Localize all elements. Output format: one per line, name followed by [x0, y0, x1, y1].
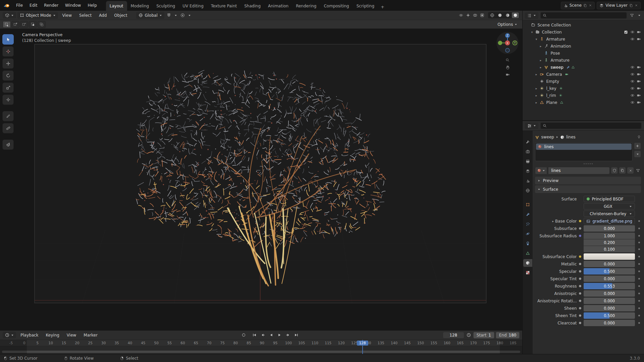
expander-icon[interactable]: ▾	[530, 31, 534, 34]
hide-viewport-toggle[interactable]	[630, 30, 635, 34]
outliner-row[interactable]: ▸ Armature	[523, 57, 644, 64]
hide-viewport-toggle[interactable]	[630, 79, 635, 83]
decorator-dot[interactable]	[637, 228, 641, 229]
expander-icon[interactable]: ▸	[534, 101, 538, 104]
outliner-row[interactable]: ▸ Plane	[523, 99, 644, 106]
value-slider[interactable]: 0.100	[584, 246, 635, 252]
surface-panel-header[interactable]: Surface	[535, 185, 641, 193]
filter-button[interactable]	[629, 12, 635, 18]
color-swatch[interactable]	[584, 253, 635, 260]
preview-range-toggle[interactable]	[466, 332, 472, 338]
value-slider[interactable]: 1.000	[584, 233, 635, 239]
shade-material-button[interactable]	[504, 12, 511, 18]
tool-add-cube-button[interactable]	[2, 139, 14, 150]
tab-constraints-button[interactable]	[523, 240, 532, 247]
surface-shader-button[interactable]: Principled BSDF	[584, 196, 635, 202]
decorator-dot[interactable]	[637, 307, 641, 309]
sel-extend-button[interactable]	[11, 21, 19, 28]
outliner-row[interactable]: Empty	[523, 78, 644, 85]
hide-viewport-toggle[interactable]	[630, 100, 635, 105]
expander-icon[interactable]: ▸	[534, 73, 538, 76]
browse-material-button[interactable]	[535, 167, 547, 174]
slot-specials-button[interactable]	[634, 150, 641, 158]
tool-select-button[interactable]	[2, 34, 14, 45]
decorator-dot[interactable]	[637, 293, 641, 294]
remove-view-layer-button[interactable]	[635, 4, 638, 7]
hide-viewport-toggle[interactable]	[630, 37, 635, 41]
view-layer-selector[interactable]: View Layer	[597, 2, 641, 9]
disable-render-toggle[interactable]	[636, 72, 641, 76]
workspace-tab[interactable]: Modeling	[127, 1, 153, 11]
tab-modifiers-button[interactable]	[523, 210, 532, 218]
snap-settings-dropdown[interactable]	[173, 13, 178, 18]
hide-viewport-toggle[interactable]	[630, 86, 635, 90]
hide-viewport-toggle[interactable]	[630, 72, 635, 76]
shade-render-button[interactable]	[512, 12, 519, 18]
viewport-canvas[interactable]: Camera Perspective (128) Collection | sw…	[0, 29, 522, 330]
value-slider[interactable]: 0.000	[584, 276, 635, 282]
workspace-tab[interactable]: Animation	[264, 1, 292, 11]
scene-selector[interactable]: Scene	[561, 2, 595, 9]
decorator-dot[interactable]	[637, 322, 641, 324]
timeline-menu-item[interactable]: Marker	[80, 332, 100, 339]
timeline-scrollbar[interactable]	[2, 351, 520, 353]
tab-material-button[interactable]	[523, 259, 532, 267]
expander-icon[interactable]: ▸	[539, 66, 542, 69]
workspace-tab[interactable]: Texture Paint	[207, 1, 240, 11]
tab-tool-button[interactable]	[523, 138, 532, 146]
outliner-row[interactable]: ▸ Animation	[523, 43, 644, 50]
distribution-dropdown[interactable]: GGX	[584, 203, 635, 209]
topbar-menu-item[interactable]: File	[13, 2, 26, 9]
outliner-row[interactable]: ▾ Armature	[523, 36, 644, 43]
value-slider[interactable]: 0.000	[584, 225, 635, 232]
visibility-button[interactable]	[458, 12, 464, 18]
topbar-menu-item[interactable]: Window	[62, 2, 84, 9]
value-slider[interactable]: 0.500	[584, 268, 635, 275]
viewport-menu-item[interactable]: Object	[111, 12, 130, 19]
list-resize-grip[interactable]	[535, 162, 641, 165]
xray-button[interactable]	[479, 12, 485, 18]
tr-prev-key-button[interactable]	[259, 332, 266, 338]
tool-measure-button[interactable]	[2, 123, 14, 133]
disable-render-toggle[interactable]	[636, 30, 641, 34]
value-slider[interactable]: 0.000	[584, 290, 635, 297]
tr-play-rev-button[interactable]	[268, 332, 275, 338]
playhead-badge[interactable]: 128	[357, 341, 368, 346]
mode-selector[interactable]: Object Mode	[17, 12, 58, 19]
unlink-material-button[interactable]	[627, 167, 634, 174]
workspace-tab[interactable]: UV Editing	[179, 1, 207, 11]
value-slider[interactable]: 0.200	[584, 239, 635, 246]
shade-wire-button[interactable]	[489, 12, 496, 18]
pin-icon[interactable]	[637, 135, 641, 139]
disable-render-toggle[interactable]	[636, 65, 641, 69]
viewport-menu-item[interactable]: Add	[96, 12, 110, 19]
decorator-dot[interactable]	[637, 300, 641, 302]
outliner-row[interactable]: ▸ sweep	[523, 64, 644, 71]
tr-next-key-button[interactable]	[284, 332, 291, 338]
navigation-gizmo[interactable]: Z Y X	[495, 31, 520, 55]
orientation-dropdown[interactable]: Global	[136, 12, 164, 19]
decorator-dot[interactable]	[637, 278, 641, 280]
outliner-row[interactable]: Pose	[523, 50, 644, 57]
tr-jump-start-button[interactable]	[251, 332, 258, 338]
texture-field[interactable]: gradient_diffuse.png	[584, 218, 635, 224]
outliner-search-input[interactable]	[540, 12, 627, 19]
viewport-menu-item[interactable]: Select	[76, 12, 95, 19]
disable-render-toggle[interactable]	[636, 86, 641, 90]
expander-icon[interactable]: ▸	[534, 94, 538, 97]
timeline-editor-type-button[interactable]	[3, 332, 16, 338]
workspace-tab[interactable]: Shading	[240, 1, 264, 11]
sel-invert-button[interactable]	[29, 21, 37, 28]
outliner-row[interactable]: Scene Collection	[523, 21, 644, 28]
disable-render-toggle[interactable]	[636, 100, 641, 105]
hide-viewport-toggle[interactable]	[630, 93, 635, 98]
disable-render-toggle[interactable]	[636, 37, 641, 41]
exclude-checkbox[interactable]	[623, 30, 629, 34]
decorator-dot[interactable]	[637, 315, 641, 316]
tab-viewlayer-button[interactable]	[523, 167, 532, 175]
gizmos-button[interactable]	[465, 12, 471, 18]
hide-viewport-toggle[interactable]	[630, 65, 635, 69]
zoom-tool[interactable]	[505, 58, 509, 62]
decorator-dot[interactable]	[637, 248, 641, 250]
tool-rotate-button[interactable]	[2, 70, 14, 81]
